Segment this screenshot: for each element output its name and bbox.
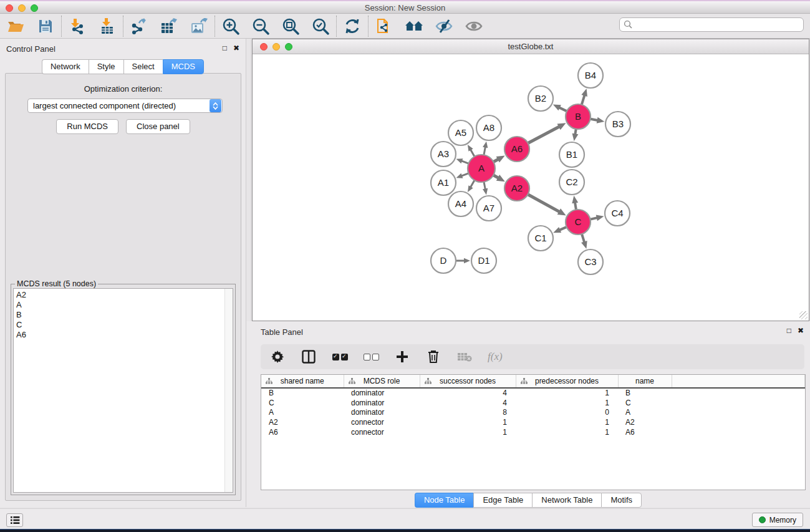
result-list-item[interactable]: A: [16, 300, 233, 310]
graph-node-D[interactable]: D: [431, 248, 456, 273]
split-table-icon[interactable]: [301, 349, 317, 365]
zoom-fit-icon[interactable]: [281, 17, 300, 36]
table-row[interactable]: A6connector11A6: [261, 428, 805, 438]
run-mcds-button[interactable]: Run MCDS: [56, 119, 118, 134]
close-table-panel-icon[interactable]: ✖: [798, 326, 804, 335]
memory-button[interactable]: Memory: [752, 513, 803, 527]
window-resize-grip[interactable]: [799, 311, 808, 319]
tab-network[interactable]: Network: [42, 59, 89, 74]
edge-arrowhead: [597, 117, 605, 123]
close-panel-button[interactable]: Close panel: [126, 119, 190, 134]
table-cell: C: [261, 399, 344, 409]
function-builder-icon[interactable]: f(x): [488, 351, 503, 363]
import-network-icon[interactable]: [68, 17, 87, 36]
graph-node-A4[interactable]: A4: [448, 191, 473, 216]
table-row[interactable]: Bdominator41B: [261, 388, 805, 399]
graph-node-A1[interactable]: A1: [431, 170, 456, 195]
table-row[interactable]: Cdominator41C: [261, 399, 805, 409]
hierarchy-icon: [425, 378, 432, 384]
show-graphics-details-icon[interactable]: [465, 17, 483, 36]
network-canvas[interactable]: B4B2BB3A8A5A6A3B1AC2A1A2A4A7C4CC1DD1C3: [253, 54, 809, 321]
graph-node-B[interactable]: B: [566, 104, 591, 129]
graph-node-A7[interactable]: A7: [476, 196, 501, 221]
zoom-selected-icon[interactable]: [311, 17, 330, 36]
home-networks-icon[interactable]: [405, 17, 423, 36]
result-list-item[interactable]: A2: [16, 290, 233, 300]
graph-node-A2[interactable]: A2: [504, 176, 529, 201]
add-column-icon[interactable]: [394, 349, 410, 365]
column-header-name[interactable]: name: [618, 375, 672, 388]
table-toolbar: f(x): [261, 344, 804, 369]
svg-text:A8: A8: [483, 122, 494, 133]
column-header-shared-name[interactable]: shared name: [261, 375, 344, 388]
tab-network-table[interactable]: Network Table: [532, 493, 601, 508]
graph-node-B1[interactable]: B1: [559, 142, 584, 167]
network-graph[interactable]: B4B2BB3A8A5A6A3B1AC2A1A2A4A7C4CC1DD1C3: [253, 54, 809, 321]
column-header-successor-nodes[interactable]: successor nodes: [420, 375, 516, 388]
deselect-all-columns-icon[interactable]: [363, 349, 379, 365]
graph-node-A6[interactable]: A6: [504, 137, 529, 162]
table-row[interactable]: Adominator80A: [261, 408, 805, 418]
close-panel-icon[interactable]: ✖: [233, 44, 239, 52]
table-cell: 1: [420, 428, 516, 438]
mcds-result-list[interactable]: A2ABCA6: [13, 288, 233, 493]
delete-columns-icon[interactable]: [425, 349, 441, 365]
graph-node-C1[interactable]: C1: [528, 226, 553, 251]
apply-layout-icon[interactable]: [343, 17, 362, 36]
network-window-titlebar[interactable]: testGlobe.txt: [253, 39, 809, 54]
save-session-icon[interactable]: [36, 17, 55, 36]
tab-motifs[interactable]: Motifs: [601, 493, 642, 508]
zoom-out-icon[interactable]: [251, 17, 270, 36]
hide-graphics-details-icon[interactable]: [435, 17, 453, 36]
select-all-columns-icon[interactable]: [332, 349, 348, 365]
svg-text:A1: A1: [438, 177, 449, 188]
graph-node-B4[interactable]: B4: [578, 63, 603, 88]
export-network-icon[interactable]: [130, 17, 148, 36]
graph-node-A[interactable]: A: [468, 155, 495, 182]
column-header-predecessor-nodes[interactable]: predecessor nodes: [516, 375, 618, 388]
result-list-scrollbar[interactable]: [224, 289, 233, 492]
graph-node-C3[interactable]: C3: [578, 249, 603, 274]
hierarchy-icon: [521, 378, 528, 384]
graph-edge-A6-B[interactable]: [527, 127, 559, 144]
network-search-field[interactable]: [619, 17, 804, 32]
table-cell: connector: [344, 418, 420, 428]
new-network-from-selection-icon[interactable]: [375, 17, 393, 36]
optimization-criterion-select[interactable]: largest connected component (directed): [27, 99, 223, 113]
search-input[interactable]: [635, 21, 803, 29]
graph-node-B3[interactable]: B3: [605, 112, 630, 137]
result-list-item[interactable]: C: [16, 320, 233, 330]
export-image-icon[interactable]: [190, 17, 208, 36]
graph-node-D1[interactable]: D1: [471, 248, 496, 273]
tab-mcds[interactable]: MCDS: [163, 59, 204, 74]
graph-node-A5[interactable]: A5: [448, 120, 473, 145]
float-panel-icon[interactable]: □: [223, 44, 227, 52]
table-settings-gear-icon[interactable]: [269, 349, 286, 365]
task-history-button[interactable]: [6, 513, 23, 527]
result-list-item[interactable]: A6: [16, 330, 233, 340]
result-list-item[interactable]: B: [16, 310, 233, 320]
tab-node-table[interactable]: Node Table: [415, 493, 474, 508]
delete-table-icon[interactable]: [456, 349, 473, 365]
desktop-edge: [0, 529, 810, 532]
tab-edge-table[interactable]: Edge Table: [473, 493, 532, 508]
graph-node-C2[interactable]: C2: [559, 170, 584, 195]
import-table-icon[interactable]: [98, 17, 117, 36]
table-row[interactable]: A2connector11A2: [261, 418, 805, 428]
table-cell: 1: [516, 428, 618, 438]
graph-edge-A2-C[interactable]: [527, 194, 559, 212]
open-session-icon[interactable]: [6, 17, 25, 36]
graph-node-A8[interactable]: A8: [476, 115, 501, 140]
select-stepper-icon: [210, 99, 221, 112]
graph-node-C4[interactable]: C4: [605, 201, 630, 226]
graph-node-C[interactable]: C: [566, 210, 591, 235]
export-table-icon[interactable]: [160, 17, 178, 36]
column-header-mcds-role[interactable]: MCDS role: [344, 375, 420, 388]
graph-node-A3[interactable]: A3: [431, 142, 456, 167]
tab-style[interactable]: Style: [89, 59, 123, 74]
svg-text:B4: B4: [585, 70, 596, 80]
float-table-panel-icon[interactable]: □: [787, 326, 791, 335]
tab-select[interactable]: Select: [123, 59, 163, 74]
zoom-in-icon[interactable]: [221, 17, 240, 36]
graph-node-B2[interactable]: B2: [528, 86, 553, 111]
